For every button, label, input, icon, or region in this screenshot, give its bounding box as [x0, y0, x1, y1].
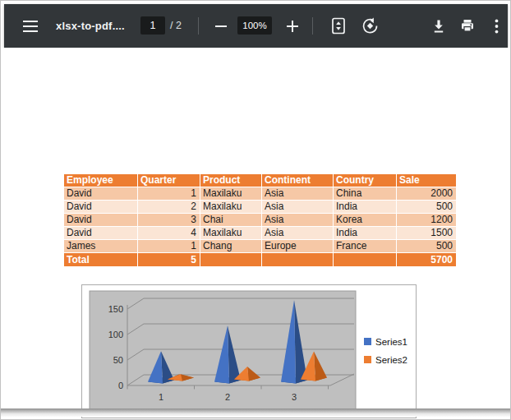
menu-button[interactable]	[20, 15, 41, 37]
table-cell: Korea	[334, 214, 397, 227]
column-header: Country	[334, 174, 397, 187]
table-row: David3ChaiAsiaKorea1200	[64, 214, 457, 227]
table-cell: 5700	[397, 253, 457, 267]
table-cell: Maxilaku	[200, 187, 262, 201]
hamburger-icon	[23, 21, 38, 32]
more-options-button[interactable]	[486, 15, 507, 37]
table-cell: 1200	[397, 214, 457, 227]
column-header: Employee	[64, 174, 138, 187]
pdf-viewer-window: xlsx-to-pdf.... 1 / 2 100%	[0, 0, 511, 420]
table-cell: David	[64, 187, 138, 201]
minus-icon	[215, 25, 227, 27]
y-tick-label: 50	[113, 355, 123, 365]
zoom-out-button[interactable]	[210, 15, 232, 37]
table-cell: Asia	[262, 227, 334, 240]
page-number-input[interactable]: 1	[140, 16, 165, 35]
table-cell	[200, 253, 262, 267]
legend-swatch	[364, 356, 371, 363]
print-button[interactable]	[457, 15, 478, 37]
table-cell: 1	[138, 187, 200, 201]
table-cell: James	[64, 240, 138, 253]
table-cell: Maxilaku	[200, 201, 262, 214]
table-cell: Total	[64, 253, 138, 267]
plus-icon	[287, 21, 298, 32]
table-cell: 500	[397, 201, 457, 214]
table-cell: Asia	[262, 214, 334, 227]
column-header: Sale	[397, 174, 457, 187]
table-row: James1ChangEuropeFrance500	[64, 240, 457, 253]
rotate-counterclockwise-icon	[361, 17, 379, 35]
table-cell: Chai	[200, 214, 262, 227]
legend-label: Series1	[375, 337, 407, 347]
kebab-menu-icon	[495, 19, 499, 34]
table-cell: 2	[138, 201, 200, 214]
table-cell: 1	[138, 240, 200, 253]
table-row: David4MaxilakuAsiaIndia1500	[64, 227, 457, 240]
rotate-button[interactable]	[359, 15, 380, 37]
pyramid-chart: 050100150123Series1Series2	[81, 284, 417, 418]
column-header: Product	[200, 174, 262, 187]
zoom-level-input[interactable]: 100%	[237, 16, 272, 35]
table-cell: 1500	[397, 227, 457, 240]
download-icon	[431, 19, 446, 34]
table-header-row: EmployeeQuarterProductContinentCountrySa…	[64, 174, 457, 187]
table-cell: 4	[138, 227, 200, 240]
column-header: Quarter	[138, 174, 200, 187]
table-cell: Asia	[262, 201, 334, 214]
table-cell: David	[64, 201, 138, 214]
column-header: Continent	[262, 174, 334, 187]
x-category-label: 3	[292, 392, 297, 402]
table-cell: David	[64, 214, 138, 227]
table-cell: Asia	[262, 187, 334, 201]
x-category-label: 2	[225, 392, 230, 402]
table-row: David2MaxilakuAsiaIndia500	[64, 201, 457, 214]
table-cell: David	[64, 227, 138, 240]
fit-page-button[interactable]	[328, 15, 349, 37]
spreadsheet-table: EmployeeQuarterProductContinentCountrySa…	[63, 173, 457, 267]
legend-swatch	[364, 338, 371, 345]
page-bottom-edge	[1, 408, 510, 417]
chart-canvas: 050100150123Series1Series2	[82, 285, 416, 418]
y-tick-label: 100	[108, 330, 123, 339]
legend-label: Series2	[375, 355, 407, 365]
page-count-label: / 2	[170, 4, 182, 48]
table-cell: 2000	[397, 187, 457, 201]
y-tick-label: 150	[108, 304, 123, 314]
fit-to-page-icon	[330, 17, 347, 35]
toolbar-separator	[198, 17, 199, 35]
table-cell: India	[334, 201, 397, 214]
table-cell: India	[334, 227, 397, 240]
table-row: David1MaxilakuAsiaChina2000	[64, 187, 457, 201]
table-cell: 5	[138, 253, 200, 267]
pdf-page: EmployeeQuarterProductContinentCountrySa…	[2, 48, 509, 408]
table-cell	[262, 253, 334, 267]
table-cell: 500	[397, 240, 457, 253]
pdf-toolbar: xlsx-to-pdf.... 1 / 2 100%	[4, 4, 508, 48]
download-button[interactable]	[428, 15, 449, 37]
table-cell: France	[334, 240, 397, 253]
toolbar-separator	[312, 17, 313, 35]
table-cell: Europe	[262, 240, 334, 253]
print-icon	[460, 19, 475, 34]
table-cell	[334, 253, 397, 267]
table-cell: Chang	[200, 240, 262, 253]
document-title: xlsx-to-pdf....	[56, 4, 125, 48]
zoom-in-button[interactable]	[282, 15, 303, 37]
y-tick-label: 0	[118, 381, 123, 390]
table-cell: China	[334, 187, 397, 201]
table-cell: Maxilaku	[200, 227, 262, 240]
x-category-label: 1	[159, 392, 163, 402]
table-cell: 3	[138, 214, 200, 227]
table-total-row: Total55700	[64, 253, 457, 267]
